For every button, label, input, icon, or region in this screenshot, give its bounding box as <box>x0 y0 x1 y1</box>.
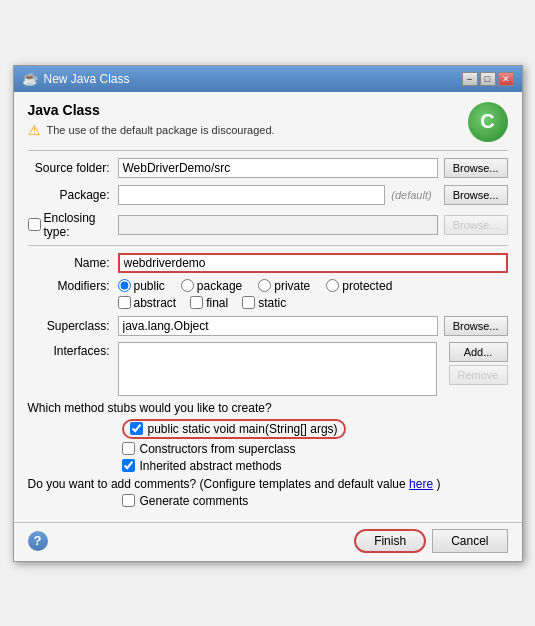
modifiers-label: Modifiers: <box>28 279 118 293</box>
superclass-input[interactable] <box>118 316 438 336</box>
modifier-protected-label: protected <box>342 279 392 293</box>
modifier-package[interactable]: package <box>181 279 242 293</box>
stub-inherited-row: Inherited abstract methods <box>122 459 508 473</box>
modifier-static[interactable]: static <box>242 296 286 310</box>
modifier-static-checkbox[interactable] <box>242 296 255 309</box>
dialog-footer: ? Finish Cancel <box>14 522 522 561</box>
source-folder-label: Source folder: <box>28 161 118 175</box>
package-default-text: (default) <box>391 189 431 201</box>
package-input[interactable] <box>118 185 386 205</box>
modifier-final-label: final <box>206 296 228 310</box>
modifiers-options: public package private protected <box>118 279 508 293</box>
modifier-abstract-checkbox[interactable] <box>118 296 131 309</box>
header-left: Java Class ⚠ The use of the default pack… <box>28 102 275 138</box>
modifier-package-label: package <box>197 279 242 293</box>
superclass-label: Superclass: <box>28 319 118 333</box>
comments-question-text: Do you want to add comments? (Configure … <box>28 477 441 491</box>
modifiers-row-1: Modifiers: public package private protec… <box>28 279 508 293</box>
generate-comments-checkbox[interactable] <box>122 494 135 507</box>
modifiers-row-2: abstract final static <box>28 296 508 310</box>
modifier-private-label: private <box>274 279 310 293</box>
warning-row: ⚠ The use of the default package is disc… <box>28 122 275 138</box>
generate-comments-row: Generate comments <box>122 494 508 508</box>
header-divider <box>28 150 508 151</box>
modifier-protected-radio[interactable] <box>326 279 339 292</box>
name-input[interactable] <box>118 253 508 273</box>
title-bar-controls: − □ ✕ <box>462 72 514 86</box>
interfaces-add-button[interactable]: Add... <box>449 342 508 362</box>
modifier-final-checkbox[interactable] <box>190 296 203 309</box>
warning-text: The use of the default package is discou… <box>47 124 275 136</box>
maximize-button[interactable]: □ <box>480 72 496 86</box>
footer-buttons: Finish Cancel <box>354 529 507 553</box>
modifier-abstract-label: abstract <box>134 296 177 310</box>
modifier-abstract[interactable]: abstract <box>118 296 177 310</box>
stub-constructors-checkbox[interactable] <box>122 442 135 455</box>
dialog-title: Java Class <box>28 102 275 118</box>
close-button[interactable]: ✕ <box>498 72 514 86</box>
package-browse-button[interactable]: Browse... <box>444 185 508 205</box>
modifier-package-radio[interactable] <box>181 279 194 292</box>
stub-main-label: public static void main(String[] args) <box>148 422 338 436</box>
minimize-button[interactable]: − <box>462 72 478 86</box>
enclosing-type-input[interactable] <box>118 215 438 235</box>
title-bar-left: ☕ New Java Class <box>22 71 130 86</box>
superclass-browse-button[interactable]: Browse... <box>444 316 508 336</box>
modifier-public[interactable]: public <box>118 279 165 293</box>
source-folder-row: Source folder: Browse... <box>28 157 508 179</box>
stub-constructors-label: Constructors from superclass <box>140 442 296 456</box>
stub-main-checkbox[interactable] <box>130 422 143 435</box>
modifier-final[interactable]: final <box>190 296 228 310</box>
source-folder-browse-button[interactable]: Browse... <box>444 158 508 178</box>
stubs-question: Which method stubs would you like to cre… <box>28 401 508 415</box>
header-section: Java Class ⚠ The use of the default pack… <box>28 102 508 142</box>
interfaces-buttons: Add... Remove <box>443 342 508 385</box>
source-folder-input[interactable] <box>118 158 438 178</box>
comments-here-link[interactable]: here <box>409 477 433 491</box>
modifier-private-radio[interactable] <box>258 279 271 292</box>
enclosing-type-browse-button[interactable]: Browse... <box>444 215 508 235</box>
warning-icon: ⚠ <box>28 122 41 138</box>
finish-button[interactable]: Finish <box>354 529 426 553</box>
interfaces-row: Interfaces: Add... Remove <box>28 342 508 396</box>
stub-inherited-checkbox[interactable] <box>122 459 135 472</box>
modifier-static-label: static <box>258 296 286 310</box>
modifier-public-label: public <box>134 279 165 293</box>
modifier-second-options: abstract final static <box>118 296 508 310</box>
name-row: Name: <box>28 252 508 274</box>
title-bar: ☕ New Java Class − □ ✕ <box>14 66 522 92</box>
interfaces-remove-button[interactable]: Remove <box>449 365 508 385</box>
stub-main-row: public static void main(String[] args) <box>122 419 346 439</box>
title-bar-title: New Java Class <box>44 72 130 86</box>
new-java-class-dialog: ☕ New Java Class − □ ✕ Java Class ⚠ The … <box>13 65 523 562</box>
dialog-body: Java Class ⚠ The use of the default pack… <box>14 92 522 516</box>
name-label: Name: <box>28 256 118 270</box>
stub-inherited-label: Inherited abstract methods <box>140 459 282 473</box>
interfaces-label: Interfaces: <box>28 342 118 358</box>
package-label: Package: <box>28 188 118 202</box>
interfaces-textarea[interactable] <box>118 342 437 396</box>
mid-divider <box>28 245 508 246</box>
modifier-protected[interactable]: protected <box>326 279 392 293</box>
enclosing-type-label: Enclosing type: <box>44 211 110 239</box>
eclipse-logo: C <box>468 102 508 142</box>
package-row: Package: (default) Browse... <box>28 184 508 206</box>
enclosing-type-checkbox[interactable] <box>28 218 41 231</box>
generate-comments-label: Generate comments <box>140 494 249 508</box>
dialog-icon: ☕ <box>22 71 38 86</box>
modifier-public-radio[interactable] <box>118 279 131 292</box>
modifier-private[interactable]: private <box>258 279 310 293</box>
enclosing-type-row: Enclosing type: Browse... <box>28 211 508 239</box>
stub-constructors-row: Constructors from superclass <box>122 442 508 456</box>
comments-question-row: Do you want to add comments? (Configure … <box>28 477 508 491</box>
cancel-button[interactable]: Cancel <box>432 529 507 553</box>
help-button[interactable]: ? <box>28 531 48 551</box>
superclass-row: Superclass: Browse... <box>28 315 508 337</box>
